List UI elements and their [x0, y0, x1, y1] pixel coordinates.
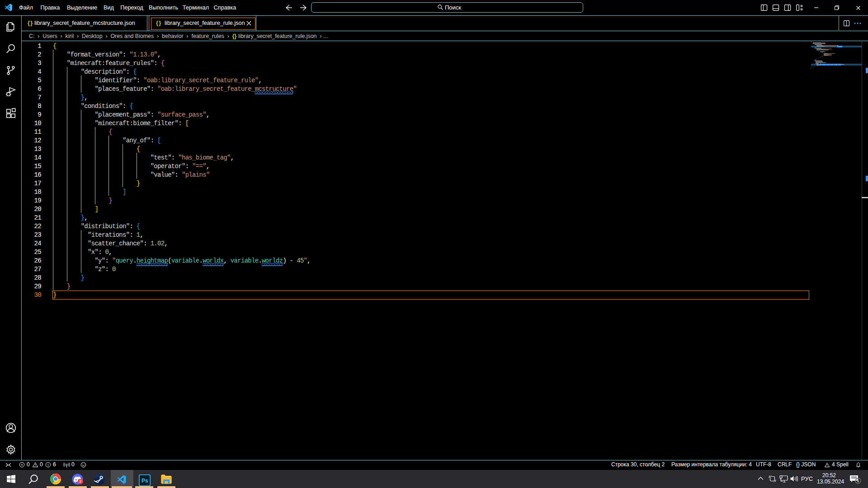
svg-text:1: 1 [857, 478, 859, 483]
svg-text:2: 2 [79, 479, 81, 483]
svg-text:Ps: Ps [142, 478, 148, 484]
